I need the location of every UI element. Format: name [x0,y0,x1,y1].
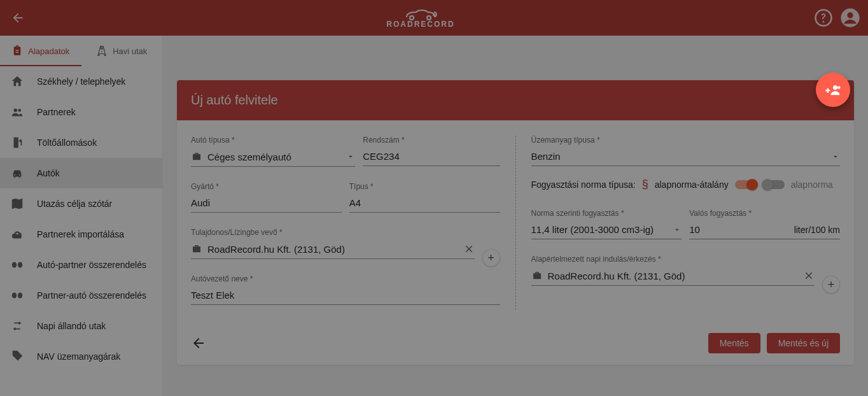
fab-add-users[interactable] [816,73,850,107]
sidebar-item-label: Autók [37,168,60,178]
field-real-consumption: Valós fogyasztás * 10 liter/100 km [689,209,840,239]
menu-toggle-button[interactable] [6,6,29,29]
norm-type-toggle-off[interactable] [763,180,785,189]
sidebar-item-daily-routes[interactable]: Napi állandó utak [0,311,162,341]
field-fuel: Üzemanyag típusa * Benzin [531,136,841,166]
norm-type-row: Fogyasztási norma típusa: § alapnorma-át… [531,178,841,191]
sidebar-item-label: Partnerek importálása [37,229,124,239]
sidebar-item-trip-dict[interactable]: Utazás célja szótár [0,188,162,219]
paragraph-icon: § [642,178,648,191]
fuel-select[interactable]: Benzin [531,148,841,166]
sidebar-tabs: Alapadatok Havi utak [0,36,162,66]
real-consumption-input[interactable]: 10 liter/100 km [689,222,840,239]
svg-point-3 [847,12,853,18]
account-icon [840,8,860,28]
svg-point-5 [18,109,21,112]
car-type-select[interactable]: Céges személyautó [191,148,355,167]
form-col-right: Üzemanyag típusa * Benzin Fogyasztási no… [531,131,841,315]
sidebar-item-nav-fuel[interactable]: NAV üzemanyagárak [0,341,162,372]
group-icon [10,105,24,119]
default-depart-input[interactable]: RoadRecord.hu Kft. (2131, Göd) [531,267,815,286]
sidebar-item-label: Napi állandó utak [37,321,106,331]
briefcase-icon [191,243,202,255]
sidebar-item-car-partner[interactable]: Autó-partner összerendelés [0,250,162,280]
sidebar-tab-label: Havi utak [113,46,147,56]
svg-rect-8 [12,292,17,298]
cloud-upload-icon [10,227,24,241]
field-label: Valós fogyasztás * [689,209,840,218]
svg-rect-6 [12,262,17,267]
field-label: Autó típusa * [191,136,355,145]
sidebar-item-label: NAV üzemanyagárak [37,351,120,362]
sidebar-item-cars[interactable]: Autók [0,158,162,188]
save-button[interactable]: Mentés [708,333,760,353]
norm-type-off-label: alapnorma [791,180,833,190]
field-value: RoadRecord.hu Kft. (2131, Göd) [207,244,345,255]
field-value: A4 [349,197,361,208]
owner-input[interactable]: RoadRecord.hu Kft. (2131, Göd) [191,241,475,259]
sidebar-tab-monthly-trips[interactable]: Havi utak [81,36,163,66]
sidebar: Alapadatok Havi utak Székhely / telephel… [0,36,163,396]
field-label: Gyártó * [191,182,342,191]
sidebar-item-hq[interactable]: Székhely / telephelyek [0,66,162,97]
field-value: CEG234 [363,151,400,162]
link-icon [10,258,24,272]
road-icon [96,45,108,57]
field-suffix: liter/100 km [794,225,840,235]
norm-type-toggle-on[interactable] [735,180,757,189]
field-maker: Gyártó * Audi [191,182,342,213]
field-value: 11,4 liter (2001-3000 cm3-ig) [531,224,654,235]
loop-icon [10,319,24,333]
form-panel: Új autó felvitele Autó típusa * Céges sz… [177,80,854,365]
sidebar-item-stations[interactable]: Töltőállomások [0,127,162,158]
field-value: Audi [191,197,210,208]
sidebar-list: Székhely / telephelyek Partnerek Töltőál… [0,66,162,372]
driver-input[interactable]: Teszt Elek [191,287,500,305]
panel-title: Új autó felvitele [177,80,854,120]
sidebar-item-partners[interactable]: Partnerek [0,97,162,127]
sidebar-item-label: Partner-autó összerendelés [37,290,146,301]
help-icon [814,8,833,27]
panel-footer: Mentés Mentés és új [177,327,854,365]
svg-point-10 [833,85,837,90]
maker-input[interactable]: Audi [191,195,342,213]
sidebar-item-label: Utazás célja szótár [37,199,112,209]
topbar: ROADRECORD [0,0,868,36]
clipboard-icon [11,45,23,57]
field-default-depart: Alapértelmezett napi indulás/érkezés * R… [531,255,815,286]
norm-consumption-select[interactable]: 11,4 liter (2001-3000 cm3-ig) [531,222,682,239]
field-label: Üzemanyag típusa * [531,136,841,145]
field-value: Céges személyautó [207,152,291,162]
briefcase-icon [531,270,543,281]
main-content: Új autó felvitele Autó típusa * Céges sz… [163,36,868,396]
account-button[interactable] [839,6,862,29]
help-button[interactable] [812,6,835,29]
close-icon[interactable] [803,270,815,281]
close-icon[interactable] [463,243,475,255]
field-value: RoadRecord.hu Kft. (2131, Göd) [548,271,685,281]
field-label: Norma szerinti fogyasztás * [531,209,682,218]
add-depart-button[interactable]: + [822,276,840,293]
add-owner-button[interactable]: + [482,249,500,267]
sidebar-item-partner-car[interactable]: Partner-autó összerendelés [0,280,162,311]
chevron-down-icon [346,152,355,161]
back-button[interactable] [191,333,211,353]
norm-type-label: Fogyasztási norma típusa: [531,180,636,190]
field-label: Autóvezető neve * [191,274,500,283]
link-icon [10,288,24,302]
gas-station-icon [10,136,24,150]
chevron-down-icon [673,225,682,234]
save-and-new-button[interactable]: Mentés és új [767,333,840,353]
home-icon [10,74,24,88]
plate-input[interactable]: CEG234 [363,148,500,166]
sidebar-item-import-partners[interactable]: Partnerek importálása [0,219,162,250]
model-input[interactable]: A4 [349,195,500,213]
field-owner: Tulajdonos/Lízingbe vevő * RoadRecord.hu… [191,228,475,259]
field-value: Benzin [531,151,561,162]
svg-rect-7 [18,262,22,267]
chevron-down-icon [831,152,840,161]
svg-rect-9 [18,292,22,298]
norm-type-on-label: alapnorma-átalány [655,180,729,190]
map-icon [10,197,24,211]
sidebar-tab-basic-data[interactable]: Alapadatok [0,36,81,66]
